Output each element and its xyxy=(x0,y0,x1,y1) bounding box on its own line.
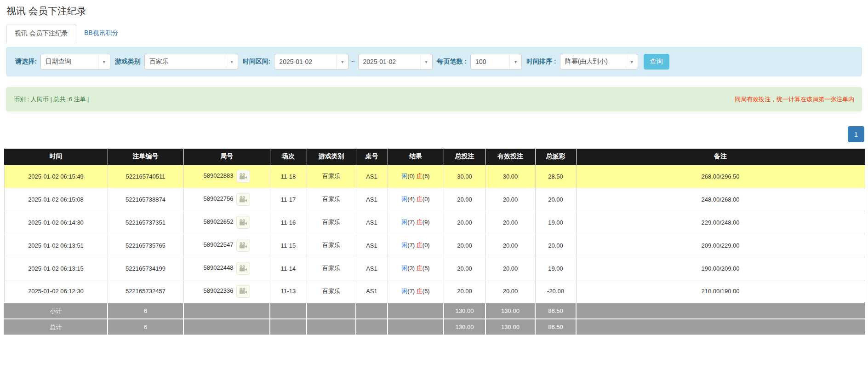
cell-total-bet[interactable]: 20.00 xyxy=(444,234,485,257)
table-row: 2025-01-02 06:14:30522165737351589022652… xyxy=(4,211,865,234)
summary-empty-result xyxy=(388,303,444,319)
game-type-label: 游戏类别 xyxy=(115,58,141,66)
cell-total-bet[interactable]: 20.00 xyxy=(444,280,485,303)
per-page-value: 100 xyxy=(471,58,509,65)
cell-payout: 28.50 xyxy=(535,165,576,188)
summary-bar: 币别 : 人民币 | 总共 :6 注单 | 同局有效投注，统一计算在该局第一张注… xyxy=(6,87,862,111)
cell-valid-bet: 20.00 xyxy=(485,280,535,303)
cell-total-bet[interactable]: 20.00 xyxy=(444,211,485,234)
date-to-select[interactable]: 2025-01-02 ▾ xyxy=(358,54,433,69)
cell-bet-id: 522165737351 xyxy=(108,211,183,234)
summary-total-bet: 130.00 xyxy=(444,303,485,319)
cell-result: 闲(3) 庄(5) xyxy=(388,257,444,280)
cell-payout: 20.00 xyxy=(535,188,576,211)
header-result: 结果 xyxy=(388,149,444,165)
date-from-value: 2025-01-02 xyxy=(274,58,336,65)
time-sort-select[interactable]: 降幂(由大到小) ▾ xyxy=(560,54,638,69)
round-id-text: 589022756 xyxy=(203,195,233,202)
summary-empty-game xyxy=(307,319,356,335)
summary-empty-game xyxy=(307,303,356,319)
valid-bet-notice-text: 同局有效投注，统一计算在该局第一张注单内 xyxy=(735,95,854,104)
result-banker-score: (5) xyxy=(423,288,430,295)
header-game-type: 游戏类别 xyxy=(307,149,356,165)
header-round-id: 局号 xyxy=(183,149,270,165)
per-page-select[interactable]: 100 ▾ xyxy=(470,54,522,69)
cell-result: 闲(7) 庄(9) xyxy=(388,211,444,234)
cell-time: 2025-01-02 06:12:30 xyxy=(4,280,108,303)
summary-empty-round xyxy=(183,319,270,335)
result-banker-label: 庄 xyxy=(417,288,423,295)
cell-bet-id: 522165735765 xyxy=(108,234,183,257)
cell-session: 11-18 xyxy=(270,165,307,188)
cell-remark: 248.00/268.00 xyxy=(576,188,865,211)
cell-game-type: 百家乐 xyxy=(307,188,356,211)
cell-round-id: 589022756 xyxy=(183,188,270,211)
table-row: 2025-01-02 06:15:49522165740511589022883… xyxy=(4,165,865,188)
date-from-select[interactable]: 2025-01-02 ▾ xyxy=(274,54,348,69)
page-button-1[interactable]: 1 xyxy=(848,126,864,142)
video-replay-button[interactable] xyxy=(236,193,250,206)
game-type-select[interactable]: 百家乐 ▾ xyxy=(144,54,238,69)
result-player-label: 闲 xyxy=(401,196,407,203)
cell-table-no: AS1 xyxy=(356,257,388,280)
game-type-value: 百家乐 xyxy=(145,58,226,66)
cell-valid-bet: 30.00 xyxy=(485,165,535,188)
video-camera-icon xyxy=(239,196,247,203)
round-id-text: 589022547 xyxy=(203,241,233,248)
result-player-score: (0) xyxy=(407,173,417,179)
cell-session: 11-15 xyxy=(270,234,307,257)
tab-bb-video-points[interactable]: BB视讯积分 xyxy=(76,24,126,43)
header-time: 时间 xyxy=(4,149,108,165)
summary-label: 小计 xyxy=(4,303,108,319)
query-type-select[interactable]: 日期查询 ▾ xyxy=(40,54,110,69)
subtotal-row: 小计6130.00130.0086.50 xyxy=(4,303,865,319)
chevron-down-icon: ▾ xyxy=(98,54,110,69)
cell-total-bet[interactable]: 30.00 xyxy=(444,165,485,188)
summary-empty-round xyxy=(183,303,270,319)
cell-game-type: 百家乐 xyxy=(307,257,356,280)
video-replay-button[interactable] xyxy=(236,285,250,298)
result-banker-label: 庄 xyxy=(417,196,423,203)
cell-round-id: 589022336 xyxy=(183,280,270,303)
result-player-label: 闲 xyxy=(401,219,407,226)
video-replay-button[interactable] xyxy=(236,170,250,183)
cell-payout: 19.00 xyxy=(535,211,576,234)
search-button[interactable]: 查询 xyxy=(644,54,669,69)
summary-empty-table xyxy=(356,303,388,319)
cell-bet-id: 522165732457 xyxy=(108,280,183,303)
header-bet-id: 注单编号 xyxy=(108,149,183,165)
summary-count: 6 xyxy=(108,319,183,335)
video-replay-button[interactable] xyxy=(236,216,250,229)
cell-session: 11-17 xyxy=(270,188,307,211)
cell-round-id: 589022883 xyxy=(183,165,270,188)
range-separator: ~ xyxy=(351,58,355,65)
video-camera-icon xyxy=(239,242,247,249)
video-replay-button[interactable] xyxy=(236,239,250,252)
video-camera-icon xyxy=(239,219,247,226)
cell-round-id: 589022547 xyxy=(183,234,270,257)
cell-table-no: AS1 xyxy=(356,280,388,303)
time-sort-label: 时间排序 : xyxy=(526,58,556,66)
header-table-no: 桌号 xyxy=(356,149,388,165)
table-row: 2025-01-02 06:13:51522165735765589022547… xyxy=(4,234,865,257)
header-payout: 总派彩 xyxy=(535,149,576,165)
video-replay-button[interactable] xyxy=(236,262,250,275)
summary-empty-session xyxy=(270,303,307,319)
cell-remark: 190.00/209.00 xyxy=(576,257,865,280)
cell-total-bet[interactable]: 20.00 xyxy=(444,257,485,280)
cell-time: 2025-01-02 06:14:30 xyxy=(4,211,108,234)
cell-time: 2025-01-02 06:15:49 xyxy=(4,165,108,188)
result-player-score: (7) xyxy=(407,288,417,295)
header-remark: 备注 xyxy=(576,149,865,165)
result-player-score: (4) xyxy=(407,196,417,203)
summary-label: 总计 xyxy=(4,319,108,335)
tab-video-bet-records[interactable]: 视讯 会员下注纪录 xyxy=(6,24,76,43)
cell-table-no: AS1 xyxy=(356,165,388,188)
cell-total-bet[interactable]: 20.00 xyxy=(444,188,485,211)
summary-payout: 86.50 xyxy=(535,319,576,335)
time-range-label: 时间区间: xyxy=(243,58,271,66)
cell-game-type: 百家乐 xyxy=(307,280,356,303)
video-camera-icon xyxy=(239,288,247,295)
result-player-label: 闲 xyxy=(401,173,407,179)
result-player-label: 闲 xyxy=(401,242,407,249)
